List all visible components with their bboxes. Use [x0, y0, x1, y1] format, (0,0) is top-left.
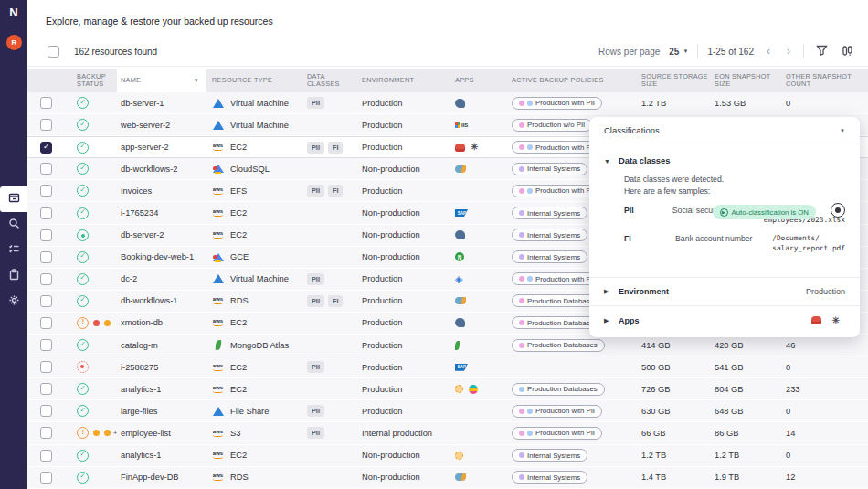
row-checkbox[interactable] [40, 119, 52, 131]
kubernetes-icon: ✳ [471, 143, 478, 152]
table-row[interactable]: i-2588275awsEC2PIIProductionSAP500 GB541… [27, 356, 868, 378]
table-row[interactable]: analytics-1awsEC2ProductionProduction Da… [27, 378, 868, 400]
resource-name: analytics-1 [117, 445, 206, 466]
eon-snapshot-size: 648 GB [711, 400, 782, 421]
sidebar-item-settings[interactable] [0, 289, 27, 314]
resource-name: Booking-dev-web-1 [117, 247, 206, 268]
aws-icon: aws [212, 185, 224, 197]
aws-icon: aws [212, 427, 224, 439]
sidebar-item-resources[interactable] [0, 186, 27, 212]
row-checkbox[interactable] [40, 207, 52, 219]
resource-name: dc-2 [117, 269, 206, 290]
user-avatar[interactable]: R [6, 35, 22, 50]
sidebar-item-search[interactable] [0, 212, 27, 238]
select-all-checkbox[interactable] [48, 46, 59, 58]
status-ok-icon [77, 119, 89, 131]
status-warning-icon [77, 427, 89, 439]
clipboard-icon [8, 268, 20, 284]
environment-value: Production [806, 287, 845, 296]
policy-label: Production with PII [535, 275, 595, 283]
data-class-chip: PII [307, 97, 324, 109]
status-ok-icon [77, 472, 89, 484]
row-checkbox[interactable] [40, 97, 52, 109]
sidebar-item-dashboard[interactable] [0, 161, 27, 186]
row-checkbox[interactable] [40, 251, 52, 263]
status-dot-icon [104, 430, 111, 436]
sidebar: N R [0, 0, 27, 489]
environment-label: Non-production [358, 158, 451, 179]
next-page-button[interactable]: › [783, 45, 794, 58]
row-checkbox[interactable] [40, 383, 52, 395]
policy-dot-icon [519, 320, 524, 325]
eon-snapshot-size: 541 GB [711, 356, 782, 377]
policy-label: Production Databases [527, 385, 598, 393]
other-snapshot-count: 14 [782, 422, 868, 443]
aws-icon: aws [212, 229, 224, 241]
filter-button[interactable] [813, 43, 830, 59]
table-row[interactable]: large-filesFile SharePIIProductionProduc… [27, 400, 868, 422]
other-snapshot-count: 0 [782, 356, 868, 377]
row-checkbox[interactable] [40, 273, 52, 285]
columns-button[interactable] [839, 43, 855, 59]
row-checkbox[interactable] [40, 339, 52, 351]
row-checkbox[interactable] [40, 450, 52, 462]
policy-dot-icon [519, 409, 524, 414]
pagination-range: 1-25 of 162 [707, 47, 754, 57]
row-checkbox[interactable] [40, 163, 52, 175]
sidebar-nav [0, 161, 27, 314]
columns-icon [842, 45, 853, 58]
backup-policy-pill: Internal Systems [512, 250, 587, 263]
table-row[interactable]: FinApp-dev-DBawsRDSNon-productionInterna… [27, 467, 868, 489]
diamond-app-icon: ◈ [455, 274, 462, 284]
resource-name: xmotion-db [117, 313, 206, 334]
chevron-right-icon: ▶ [604, 288, 611, 295]
apps-section-header[interactable]: ▶ Apps ✳ [589, 306, 860, 335]
table-row[interactable]: catalog-mMongoDB AtlasProductionProducti… [27, 335, 868, 356]
prev-page-button[interactable]: ‹ [763, 45, 774, 58]
row-checkbox[interactable] [40, 185, 52, 197]
row-checkbox[interactable] [40, 361, 52, 373]
auto-classification-badge: ▶ Auto-classification is ON [713, 205, 817, 219]
status-ok-icon [77, 185, 89, 197]
data-classes-header[interactable]: ▼ Data classes [604, 152, 845, 170]
eon-snapshot-size: 1.53 GB [711, 92, 782, 113]
row-checkbox[interactable] [40, 317, 52, 329]
grid-icon [8, 165, 20, 182]
row-checkbox[interactable] [40, 472, 52, 484]
table-row[interactable]: db-server-1Virtual MachinePIIProductionP… [27, 92, 868, 114]
backup-policy-pill: Production Databases [512, 383, 605, 396]
environment-label: Production [358, 291, 451, 312]
classifications-popover: Classifications ▼ ▼ Data classes Data cl… [589, 117, 860, 337]
row-checkbox[interactable] [40, 295, 52, 307]
data-class-chip: PII [307, 142, 324, 154]
environment-section-header[interactable]: ▶ Environment Production [589, 278, 860, 306]
col-name[interactable]: Name ▼ [117, 69, 206, 92]
status-ok-icon [77, 142, 89, 154]
collapse-chevron-icon[interactable]: ▼ [840, 128, 845, 133]
row-checkbox[interactable] [40, 229, 52, 241]
resource-type-label: GCE [230, 252, 249, 261]
resource-name: web-server-2 [117, 114, 206, 135]
resource-name: app-server-2 [117, 137, 206, 157]
other-snapshot-count: 233 [782, 378, 868, 399]
status-dot-icon [93, 430, 100, 436]
policy-label: Production with PII [535, 99, 595, 107]
sidebar-item-jobs[interactable] [0, 263, 27, 289]
environment-label: Non-production [358, 247, 451, 268]
sidebar-item-tasks[interactable] [0, 238, 27, 263]
data-classes-description: Data classes were detected. Here are a f… [624, 174, 732, 197]
row-checkbox[interactable] [40, 427, 52, 439]
policy-label: Production with PII [535, 186, 595, 195]
table-row[interactable]: +1employee-listawsS3PIIInternal producti… [27, 422, 868, 444]
chevron-down-icon: ▼ [194, 78, 199, 84]
resource-name: db-workflows-2 [117, 158, 206, 179]
auto-classification-toggle-button[interactable] [831, 203, 845, 218]
table-row[interactable]: analytics-1awsEC2Non-productionInternal … [27, 445, 868, 467]
redis-icon [455, 144, 465, 152]
rows-per-page-select[interactable]: 25 ▼ [669, 47, 688, 57]
row-checkbox[interactable] [40, 142, 52, 154]
environment-label: Production [358, 114, 451, 135]
row-checkbox[interactable] [40, 405, 52, 417]
environment-label: Production [358, 180, 451, 201]
resource-type-label: RDS [230, 473, 249, 482]
